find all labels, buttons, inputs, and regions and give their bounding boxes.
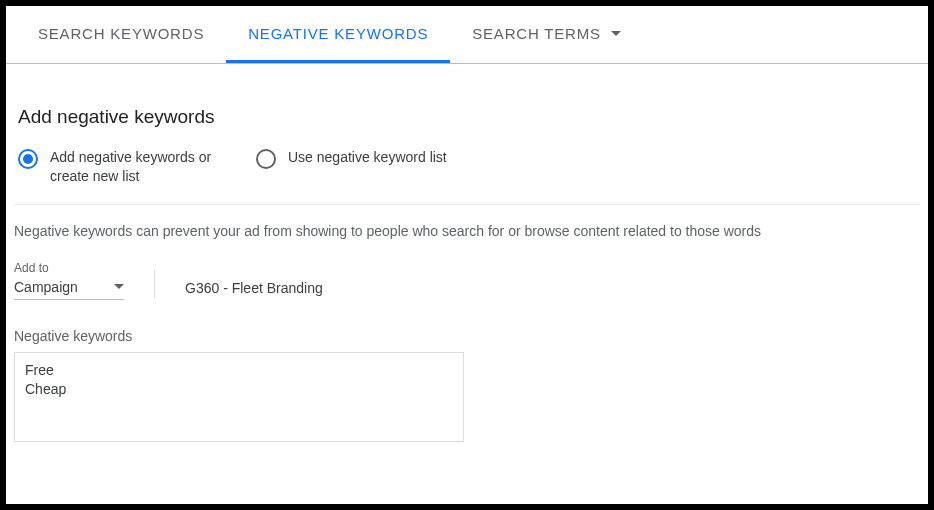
content-area: Add negative keywords Add negative keywo… — [6, 64, 928, 446]
radio-icon — [256, 149, 276, 169]
help-text: Negative keywords can prevent your ad fr… — [14, 223, 920, 239]
add-to-row: Add to Campaign G360 - Fleet Branding — [14, 261, 920, 300]
negative-keywords-textarea[interactable] — [14, 352, 464, 442]
tab-negative-keywords[interactable]: NEGATIVE KEYWORDS — [226, 6, 450, 63]
add-to-scope-dropdown[interactable]: Add to Campaign — [14, 261, 124, 300]
dropdown-selected-text: Campaign — [14, 279, 78, 295]
field-label: Negative keywords — [14, 328, 920, 344]
vertical-divider — [154, 270, 155, 298]
tab-label: SEARCH KEYWORDS — [38, 25, 204, 42]
chevron-down-icon — [611, 31, 621, 36]
radio-group: Add negative keywords or create new list… — [14, 148, 920, 205]
field-label: Add to — [14, 261, 124, 275]
dropdown-value: Campaign — [14, 279, 124, 295]
tab-search-keywords[interactable]: SEARCH KEYWORDS — [16, 6, 226, 63]
tab-label: SEARCH TERMS — [472, 25, 601, 42]
radio-use-list[interactable]: Use negative keyword list — [256, 148, 447, 169]
chevron-down-icon — [114, 284, 124, 289]
radio-icon — [18, 149, 38, 169]
radio-label: Add negative keywords or create new list — [50, 148, 228, 186]
radio-label: Use negative keyword list — [288, 148, 447, 167]
negative-keywords-section: Negative keywords — [14, 328, 920, 446]
tabs-bar: SEARCH KEYWORDS NEGATIVE KEYWORDS SEARCH… — [6, 6, 928, 64]
add-to-target: G360 - Fleet Branding — [185, 280, 323, 296]
radio-add-new[interactable]: Add negative keywords or create new list — [18, 148, 228, 186]
page-title: Add negative keywords — [18, 106, 916, 128]
tab-search-terms[interactable]: SEARCH TERMS — [450, 6, 643, 63]
tab-label: NEGATIVE KEYWORDS — [248, 25, 428, 42]
